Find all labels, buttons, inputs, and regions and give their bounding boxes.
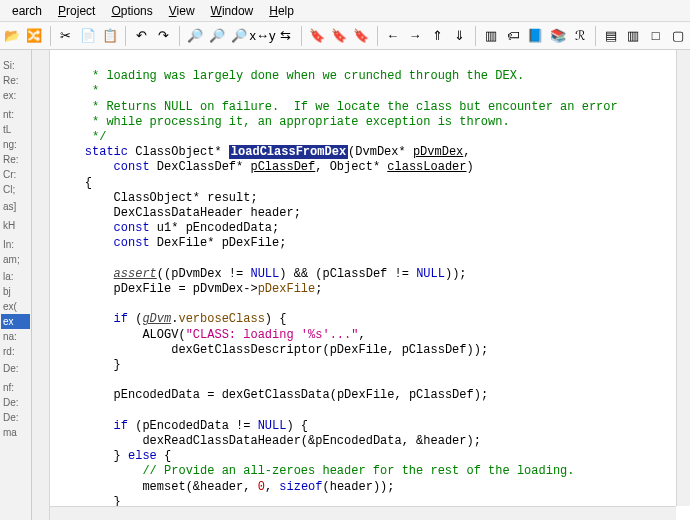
window-icon[interactable]: ▢ [668,25,688,47]
workspace: Si:Re:ex:nt:tLng:Re:Cr:Cl;as]kHIn:am;la:… [0,50,690,520]
redo-icon[interactable]: ↷ [154,25,174,47]
toolbar-separator [179,26,180,46]
sidebar-item[interactable]: rd: [1,344,30,359]
toolbar-separator [50,26,51,46]
sidebar-item[interactable]: nf: [1,380,30,395]
paste-icon[interactable]: 📋 [100,25,120,47]
sidebar-item[interactable]: tL [1,122,30,137]
bookmark-toggle-icon[interactable]: 🔖 [307,25,327,47]
sidebar-item[interactable]: na: [1,329,30,344]
nav-down-icon[interactable]: ⇓ [449,25,469,47]
sidebar-item[interactable]: ex [1,314,30,329]
menu-help[interactable]: Help [261,2,302,20]
menu-search[interactable]: earch [4,2,50,20]
sidebar-item[interactable]: ma [1,425,30,440]
open-folder-icon[interactable]: 📂 [2,25,22,47]
terminal-icon[interactable]: ▥ [481,25,501,47]
book-icon[interactable]: 📘 [525,25,545,47]
code-area[interactable]: * loading was largely done when we crunc… [50,50,676,506]
nav-back-icon[interactable]: ← [383,25,403,47]
bookmark-next-icon[interactable]: 🔖 [329,25,349,47]
compare-icon[interactable]: ⇆ [276,25,296,47]
undo-icon[interactable]: ↶ [131,25,151,47]
tag-icon[interactable]: 🏷 [503,25,523,47]
toolbar-separator [595,26,596,46]
sidebar-item[interactable]: In: [1,237,30,252]
menu-project[interactable]: Project [50,2,103,20]
menu-window[interactable]: Window [203,2,262,20]
sidebar-item[interactable]: De: [1,395,30,410]
find-icon[interactable]: 🔎 [185,25,205,47]
sidebar-item[interactable]: la: [1,269,30,284]
sidebar-item[interactable]: bj [1,284,30,299]
sidebar-item[interactable]: Si: [1,58,30,73]
toolbar-separator [475,26,476,46]
sidebar-item[interactable]: as] [1,199,30,214]
sidebar-item[interactable]: De: [1,410,30,425]
toolbar-separator [377,26,378,46]
sidebar-item[interactable]: kH [1,218,30,233]
vertical-scrollbar[interactable] [676,50,690,506]
sidebar-item[interactable]: De: [1,361,30,376]
toolbar-separator [125,26,126,46]
menu-view[interactable]: View [161,2,203,20]
find-next-icon[interactable]: 🔎 [207,25,227,47]
symbol-sidebar[interactable]: Si:Re:ex:nt:tLng:Re:Cr:Cl;as]kHIn:am;la:… [0,50,32,520]
nav-fwd-icon[interactable]: → [405,25,425,47]
menu-bar: earch Project Options View Window Help [0,0,690,22]
unsplit-icon[interactable]: □ [645,25,665,47]
toolbar: 📂🔀✂📄📋↶↷🔎🔎🔎x↔y⇆🔖🔖🔖←→⇑⇓▥🏷📘📚ℛ▤▥□▢ [0,22,690,50]
editor-gutter [32,50,50,520]
sidebar-item[interactable]: Re: [1,152,30,167]
sidebar-item[interactable]: am; [1,252,30,267]
code-editor[interactable]: * loading was largely done when we crunc… [32,50,690,520]
menu-options[interactable]: Options [103,2,160,20]
split-h-icon[interactable]: ▤ [601,25,621,47]
sidebar-item[interactable]: Re: [1,73,30,88]
sidebar-item[interactable]: ex( [1,299,30,314]
bookmark-prev-icon[interactable]: 🔖 [351,25,371,47]
split-v-icon[interactable]: ▥ [623,25,643,47]
horizontal-scrollbar[interactable] [50,506,676,520]
toolbar-separator [301,26,302,46]
cut-icon[interactable]: ✂ [55,25,75,47]
replace-icon[interactable]: x↔y [252,25,274,47]
sidebar-item[interactable]: Cl; [1,182,30,197]
sidebar-item[interactable]: nt: [1,107,30,122]
sidebar-item[interactable]: ng: [1,137,30,152]
books-icon[interactable]: 📚 [547,25,567,47]
sidebar-item[interactable]: ex: [1,88,30,103]
copy-icon[interactable]: 📄 [78,25,98,47]
nav-up-icon[interactable]: ⇑ [427,25,447,47]
sidebar-item[interactable]: Cr: [1,167,30,182]
swap-icon[interactable]: 🔀 [24,25,44,47]
ref-icon[interactable]: ℛ [570,25,590,47]
function-decl-highlight: loadClassFromDex [229,145,348,159]
find-prev-icon[interactable]: 🔎 [229,25,249,47]
